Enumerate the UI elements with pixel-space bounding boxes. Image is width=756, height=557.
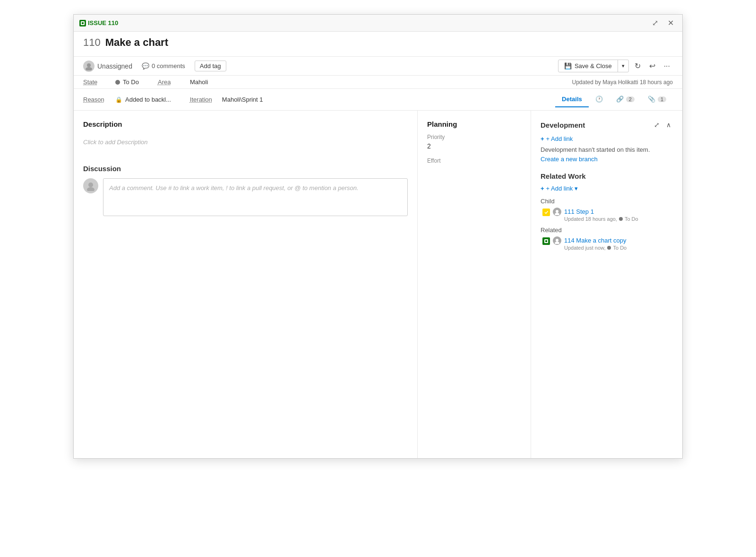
svg-point-7: [555, 213, 559, 215]
dev-header-icons: ⤢ ∧: [652, 120, 673, 130]
lock-icon: 🔒: [115, 96, 122, 103]
dev-add-link-button[interactable]: + + Add link: [541, 135, 573, 142]
dev-info-text: Development hasn't started on this item.: [541, 146, 673, 153]
description-column: Description Click to add Description Dis…: [74, 111, 418, 458]
attachments-badge: 1: [658, 96, 666, 102]
related-add-link-button[interactable]: + + Add link ▾: [541, 185, 578, 192]
create-branch-link[interactable]: Create a new branch: [541, 156, 598, 163]
item-number: 110: [83, 36, 101, 49]
comment-input[interactable]: Add a comment. Use # to link a work item…: [103, 178, 408, 216]
undo-button[interactable]: ↩: [646, 60, 658, 72]
save-close-main[interactable]: 💾 Save & Close: [558, 60, 618, 72]
svg-rect-9: [545, 240, 547, 242]
links-badge: 2: [626, 96, 635, 102]
reason-value: 🔒 Added to backl...: [115, 96, 171, 103]
tab-details-label: Details: [562, 96, 582, 103]
tab-history[interactable]: 🕐: [589, 92, 610, 107]
svg-point-4: [88, 183, 93, 187]
toolbar: Unassigned 💬 0 comments Add tag 💾 Save &…: [74, 57, 682, 76]
avatar: [83, 61, 94, 72]
related-item-avatar: [553, 236, 561, 245]
svg-point-3: [86, 67, 92, 70]
related-dropdown-icon: ▾: [575, 185, 578, 192]
svg-point-2: [87, 63, 91, 67]
item-title[interactable]: Make a chart: [105, 36, 168, 49]
related-status-dot: [607, 246, 611, 250]
issue-icon: [79, 20, 86, 26]
svg-point-6: [556, 210, 558, 213]
description-title: Description: [83, 120, 408, 128]
issue-badge-label: ISSUE 110: [88, 19, 118, 26]
state-dot: [115, 80, 120, 85]
development-column: Development ⤢ ∧ + + Add link Development…: [531, 111, 682, 458]
effort-field[interactable]: Effort: [427, 157, 521, 164]
svg-rect-1: [82, 22, 84, 24]
item-header: 110 Make a chart: [74, 32, 682, 57]
area-label: Area: [158, 78, 186, 86]
related-item-link[interactable]: 114 Make a chart copy: [564, 237, 627, 244]
related-item-body: 114 Make a chart copy Updated just now, …: [564, 236, 673, 251]
related-item-icon: [542, 237, 550, 245]
window-controls: ⤢ ✕: [649, 17, 677, 28]
refresh-button[interactable]: ↻: [632, 60, 644, 72]
related-item-meta: Updated just now, To Do: [564, 245, 673, 251]
child-group-label: Child: [541, 198, 673, 205]
commenter-avatar: [83, 178, 98, 193]
issue-badge[interactable]: ISSUE 110: [79, 19, 118, 26]
close-button[interactable]: ✕: [665, 17, 677, 28]
reason-label: Reason: [83, 96, 112, 103]
tab-attachments[interactable]: 📎 1: [641, 92, 673, 107]
save-close-button[interactable]: 💾 Save & Close ▾: [558, 60, 629, 72]
iteration-field[interactable]: Iteration Maholi\Sprint 1: [190, 96, 263, 103]
updated-text: Updated by Maya Holikatti 18 hours ago: [572, 79, 673, 86]
comments-button[interactable]: 💬 0 comments: [142, 62, 185, 70]
svg-point-11: [555, 242, 559, 244]
iteration-label: Iteration: [190, 96, 218, 103]
state-field[interactable]: State To Do: [83, 78, 139, 86]
comment-icon: 💬: [142, 62, 149, 70]
iteration-value: Maholi\Sprint 1: [222, 96, 263, 103]
assignee-area[interactable]: Unassigned: [83, 61, 132, 72]
child-item-meta: Updated 18 hours ago, To Do: [564, 216, 673, 222]
meta-row-1: State To Do Area Maholi Updated by Maya …: [74, 76, 682, 89]
attachment-icon: 📎: [648, 96, 655, 103]
area-field[interactable]: Area Maholi: [158, 78, 208, 86]
comment-area: Add a comment. Use # to link a work item…: [83, 178, 408, 216]
related-work-section: Related Work + + Add link ▾ Child: [541, 172, 673, 251]
save-icon: 💾: [564, 62, 572, 70]
child-item-link[interactable]: 111 Step 1: [564, 208, 594, 215]
dev-header: Development ⤢ ∧: [541, 120, 673, 130]
dev-title: Development: [541, 121, 585, 129]
dev-expand-button[interactable]: ⤢: [652, 120, 662, 130]
priority-field[interactable]: Priority 2: [427, 134, 521, 150]
related-item: 114 Make a chart copy Updated just now, …: [541, 236, 673, 251]
meta-row-2: Reason 🔒 Added to backl... Iteration Mah…: [74, 89, 682, 111]
more-button[interactable]: ···: [661, 60, 673, 72]
plus-icon: +: [541, 135, 544, 142]
history-icon: 🕐: [595, 96, 603, 103]
add-tag-button[interactable]: Add tag: [195, 61, 226, 71]
toolbar-right: 💾 Save & Close ▾ ↻ ↩ ···: [558, 60, 673, 72]
planning-column: Planning Priority 2 Effort: [418, 111, 531, 458]
related-group-label: Related: [541, 226, 673, 234]
expand-button[interactable]: ⤢: [649, 17, 661, 28]
planning-title: Planning: [427, 120, 521, 128]
dev-collapse-button[interactable]: ∧: [664, 120, 673, 130]
tab-details[interactable]: Details: [555, 92, 589, 107]
priority-label: Priority: [427, 134, 521, 140]
save-close-label: Save & Close: [575, 62, 612, 70]
state-label: State: [83, 78, 112, 86]
assignee-label: Unassigned: [97, 62, 132, 70]
save-close-dropdown[interactable]: ▾: [618, 61, 628, 71]
child-status-dot: [619, 217, 623, 221]
child-item-body: 111 Step 1 Updated 18 hours ago, To Do: [564, 208, 673, 222]
svg-point-5: [87, 187, 94, 191]
reason-field[interactable]: Reason 🔒 Added to backl...: [83, 96, 171, 103]
comment-placeholder: Add a comment. Use # to link a work item…: [109, 183, 402, 193]
tab-links[interactable]: 🔗 2: [610, 92, 641, 107]
main-content: Description Click to add Description Dis…: [74, 111, 682, 458]
child-item-avatar: [553, 208, 561, 216]
child-item-icon: [542, 209, 550, 216]
description-placeholder[interactable]: Click to add Description: [83, 134, 408, 150]
comments-count: 0 comments: [152, 62, 185, 70]
